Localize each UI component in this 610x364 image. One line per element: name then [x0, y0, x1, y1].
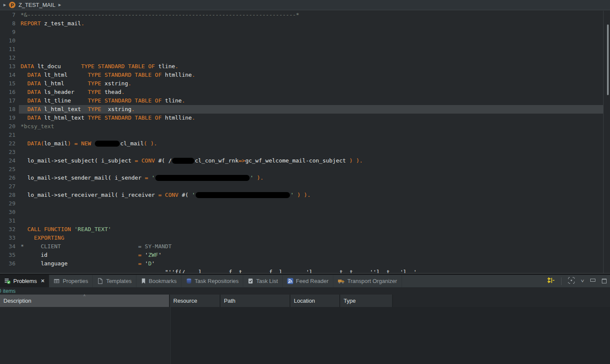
tab-bookmarks[interactable]: Bookmarks: [136, 275, 181, 287]
line-number: 21: [0, 131, 19, 139]
view-tab-bar: Problems✕PropertiesTemplatesBookmarksTas…: [0, 275, 610, 287]
column-header-location[interactable]: Location: [290, 295, 340, 307]
code-text: [19, 148, 604, 156]
task-repositories-icon: [186, 278, 192, 284]
view-toolbar: ˅: [547, 275, 607, 287]
tab-properties[interactable]: Properties: [49, 275, 93, 287]
line-number: 11: [0, 45, 19, 54]
code-line: 32 CALL FUNCTION 'READ_TEXT': [0, 225, 604, 234]
column-header-resource[interactable]: Resource: [170, 295, 220, 307]
column-divider: [170, 307, 171, 364]
tab-label: Problems: [13, 278, 37, 284]
line-number: 12: [0, 54, 19, 62]
code-line: 15 DATA l_html TYPE xstring.: [0, 79, 604, 88]
line-number: 20: [0, 122, 19, 131]
line-number: 26: [0, 174, 19, 182]
code-line: 20*bcsy_text: [0, 122, 604, 131]
tab-templates[interactable]: Templates: [93, 275, 136, 287]
code-line: 26 lo_mail->set_sender_mail( i_sender = …: [0, 174, 604, 182]
line-number: 34: [0, 242, 19, 251]
templates-icon: [97, 278, 103, 284]
code-text: * CLIENT = SY-MANDT: [19, 242, 604, 251]
code-text: lo_mail->set_subject( i_subject = CONV #…: [19, 156, 604, 165]
problems-status-row: 0 items: [0, 287, 610, 295]
code-line: "''f(/ l f t f l 'l t t ''l t 'l ': [0, 268, 604, 273]
problems-view-panel: Problems✕PropertiesTemplatesBookmarksTas…: [0, 275, 610, 364]
tab-label: Properties: [63, 278, 88, 284]
sort-ascending-icon: ˄: [83, 293, 85, 298]
tab-label: Bookmarks: [149, 278, 177, 284]
tab-task-repositories[interactable]: Task Repositories: [181, 275, 244, 287]
code-editor[interactable]: 7*&-------------------------------------…: [0, 11, 604, 273]
column-header-path[interactable]: Path: [220, 295, 290, 307]
code-text: [19, 165, 604, 174]
code-text: [19, 131, 604, 139]
column-header-type[interactable]: Type: [340, 295, 393, 307]
code-line: 25: [0, 165, 604, 174]
line-number: 9: [0, 28, 19, 36]
tab-feed-reader[interactable]: Feed Reader: [283, 275, 333, 287]
tab-task-list[interactable]: Task List: [243, 275, 283, 287]
line-number: [0, 268, 19, 273]
breadcrumb-program-title[interactable]: Z_TEST_MAIL: [18, 2, 55, 8]
column-header-label: Resource: [173, 298, 197, 304]
code-text: CALL FUNCTION 'READ_TEXT': [19, 225, 604, 234]
code-line: 9: [0, 28, 604, 36]
code-line: 16 DATA ls_header TYPE thead.: [0, 88, 604, 96]
code-line: 27: [0, 182, 604, 191]
editor-scrollbar-thumb[interactable]: [607, 24, 609, 95]
editor-scrollbar-track[interactable]: [603, 11, 610, 273]
code-line: 10: [0, 36, 604, 45]
column-header-label: Description: [3, 298, 31, 304]
line-number: 28: [0, 191, 19, 199]
code-line: 19 DATA lt_html_text TYPE STANDARD TABLE…: [0, 114, 604, 122]
line-number: 22: [0, 139, 19, 148]
code-line: 12: [0, 54, 604, 62]
code-line: 17 DATA lt_tline TYPE STANDARD TABLE OF …: [0, 96, 604, 105]
problems-icon: [4, 278, 11, 284]
line-number: 19: [0, 114, 19, 122]
redaction-mark: [95, 141, 120, 147]
column-header-description[interactable]: ˄Description: [0, 295, 170, 307]
tab-problems[interactable]: Problems✕: [0, 275, 49, 287]
line-number: 29: [0, 199, 19, 208]
pin-view-icon[interactable]: [568, 277, 575, 286]
code-text: DATA lt_docu TYPE STANDARD TABLE OF tlin…: [19, 62, 604, 71]
minimize-icon[interactable]: [590, 279, 595, 282]
line-number: 23: [0, 148, 19, 156]
code-line: 14 DATA lt_html TYPE STANDARD TABLE OF h…: [0, 71, 604, 79]
maximize-icon[interactable]: [602, 279, 607, 283]
line-number: 25: [0, 165, 19, 174]
breadcrumb-expand-icon[interactable]: ▶: [3, 3, 6, 7]
code-line: 22 DATA(lo_mail) = NEW cl_mail( ).: [0, 139, 604, 148]
feed-reader-icon: [287, 278, 293, 284]
column-header-label: Type: [344, 298, 356, 304]
code-line: 7*&-------------------------------------…: [0, 11, 604, 19]
code-text: [19, 45, 604, 54]
line-number: 17: [0, 96, 19, 105]
focus-on-active-task-icon[interactable]: [547, 277, 555, 285]
problems-table-header: ˄DescriptionResourcePathLocationType: [0, 295, 610, 307]
column-header-label: Path: [224, 298, 236, 304]
view-menu-icon[interactable]: ˅: [581, 279, 584, 283]
breadcrumb: ▶ P Z_TEST_MAIL ▶: [0, 0, 610, 10]
tab-transport-organizer[interactable]: Transport Organizer: [333, 275, 402, 287]
bookmarks-icon: [141, 278, 146, 284]
close-tab-icon[interactable]: ✕: [41, 278, 45, 284]
code-line: 33 EXPORTING: [0, 234, 604, 242]
code-line: 21: [0, 131, 604, 139]
code-text: DATA lt_html_text TYPE STANDARD TABLE OF…: [19, 114, 604, 122]
items-count-label: 0 items: [0, 288, 15, 294]
column-header-label: Location: [294, 298, 315, 304]
line-number: 32: [0, 225, 19, 234]
code-line: 34* CLIENT = SY-MANDT: [0, 242, 604, 251]
code-text: REPORT z_test_mail.: [19, 19, 604, 28]
line-number: 7: [0, 11, 19, 19]
tab-label: Task Repositories: [195, 278, 239, 284]
code-line: 31: [0, 217, 604, 225]
code-text: *bcsy_text: [19, 122, 604, 131]
breadcrumb-next-icon[interactable]: ▶: [58, 3, 61, 7]
line-number: 14: [0, 71, 19, 79]
code-line: 36 language = 'D': [0, 259, 604, 268]
code-line: 29: [0, 199, 604, 208]
